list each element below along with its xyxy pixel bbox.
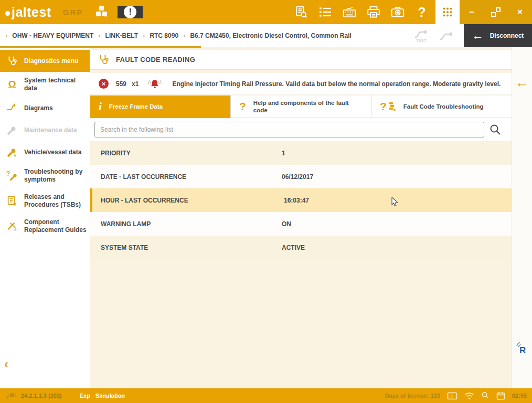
version-label: 24.2.1.1.3 (202) xyxy=(21,393,62,399)
sidebar-item-label: Releases and Procedures (TSBs) xyxy=(24,193,87,209)
sidebar-item-vehicle-vessel-data[interactable]: Vehicle/vessel data xyxy=(0,141,90,163)
row-value: ON xyxy=(282,220,291,228)
omega-icon: Ω xyxy=(4,78,20,91)
fault-count: x1 xyxy=(132,80,139,88)
sidebar-item-troubleshooting-by-symptoms[interactable]: ? Troubleshooting by symptoms xyxy=(0,163,90,188)
main-panel: FAULT CODE READING × 559 x1 xyxy=(90,47,512,388)
zoom-level-icon[interactable] xyxy=(481,391,490,400)
chevron-right-icon: › xyxy=(98,31,100,39)
sidebar-item-label: Component Replacement Guides xyxy=(24,218,87,234)
license-days-label: Days of license: 123 xyxy=(385,393,440,399)
sidebar-collapse-button[interactable]: ‹ xyxy=(4,358,8,370)
tab-help-components[interactable]: ? Help and components of the fault code xyxy=(231,96,371,118)
section-header: FAULT CODE READING xyxy=(90,50,512,70)
help-icon[interactable]: ? xyxy=(411,0,432,24)
logo-area: jaltest GRP ! xyxy=(0,0,143,24)
breadcrumb-item-system-detail[interactable]: B6.7 CM2450, Electronic Diesel Control, … xyxy=(190,32,351,39)
disconnect-button[interactable]: ← Disconnect xyxy=(464,24,532,47)
row-value: ACTIVE xyxy=(282,244,305,251)
back-button[interactable]: ← xyxy=(512,76,532,89)
right-strip: ← R xyxy=(512,47,532,388)
sidebar-item-label: Maintenance data xyxy=(24,126,77,134)
print-icon[interactable] xyxy=(363,0,384,24)
connector-icon xyxy=(5,391,17,400)
remote-assistance-button[interactable]: R xyxy=(512,341,532,356)
jaltest-logo: jaltest xyxy=(5,5,51,20)
question-icon: ? xyxy=(239,100,246,113)
sidebar-item-system-technical-data[interactable]: Ω System technical data xyxy=(0,72,90,97)
grp-label: GRP xyxy=(63,8,83,17)
sidebar-item-diagnostics-menu[interactable]: Diagnostics menu xyxy=(0,50,90,72)
search-button[interactable] xyxy=(484,123,506,136)
wrench-icon xyxy=(4,124,20,136)
fault-code-row[interactable]: × 559 x1 Engine Injector Timing Rail Pre… xyxy=(90,73,512,95)
screenshot-icon[interactable] xyxy=(387,0,408,24)
calendar-icon[interactable] xyxy=(496,391,505,400)
topbar-spacer xyxy=(143,0,291,24)
breadcrumb-item-model[interactable]: RTC 8090 xyxy=(150,32,178,39)
tab-fault-code-troubleshooting[interactable]: ? Fault Code Troubleshooting xyxy=(371,96,512,118)
table-row[interactable]: WARNING LAMP ON xyxy=(90,212,512,236)
sidebar-item-label: System technical data xyxy=(24,77,87,92)
row-value: 16:03:47 xyxy=(284,197,309,204)
link-test-button[interactable]: TEST xyxy=(413,29,429,43)
connection-area: TEST ← Disconnect xyxy=(413,24,532,47)
search-input[interactable] xyxy=(94,122,484,137)
active-section-underline xyxy=(0,46,201,48)
minimize-button[interactable]: – xyxy=(464,7,480,17)
alert-icon: ! xyxy=(124,6,136,18)
fault-description: Engine Injector Timing Rail Pressure. Va… xyxy=(172,80,501,88)
svg-text:!: ! xyxy=(451,394,453,399)
page-title: FAULT CODE READING xyxy=(116,56,195,63)
chevron-right-icon: › xyxy=(5,31,7,39)
keyboard-icon[interactable] xyxy=(339,0,360,24)
topbar-icons: ? xyxy=(291,0,432,24)
sidebar-item-diagrams[interactable]: Diagrams xyxy=(0,97,90,119)
table-row-highlighted[interactable]: HOUR - LAST OCCURRENCE 16:03:47 xyxy=(90,188,512,212)
close-button[interactable]: × xyxy=(512,7,528,17)
tab-freeze-frame-data[interactable]: i Freeze Frame Data xyxy=(90,96,231,118)
svg-text:R: R xyxy=(519,345,526,355)
sidebar-item-maintenance-data[interactable]: Maintenance data xyxy=(0,119,90,141)
row-value: 06/12/2017 xyxy=(282,173,313,181)
sidebar-item-label: Troubleshooting by symptoms xyxy=(24,168,87,184)
table-row[interactable]: SYSTEM STATE ACTIVE xyxy=(90,236,512,259)
breadcrumb-bar: › OHW - HEAVY EQUIPMENT › LINK-BELT › RT… xyxy=(0,24,532,47)
breadcrumb-item-system[interactable]: OHW - HEAVY EQUIPMENT xyxy=(12,32,93,39)
row-label: SYSTEM STATE xyxy=(90,244,282,251)
sidebar-item-label: Vehicle/vessel data xyxy=(24,149,81,156)
wifi-icon[interactable] xyxy=(464,392,474,400)
list-icon[interactable] xyxy=(315,0,336,24)
sidebar-item-label: Diagrams xyxy=(24,104,53,112)
remote-icon: R xyxy=(515,341,529,356)
sidebar-item-component-replacement-guides[interactable]: Component Replacement Guides xyxy=(0,214,90,239)
report-icon[interactable] xyxy=(291,0,312,24)
fault-code: 559 xyxy=(116,80,126,88)
table-row[interactable]: PRIORITY 1 xyxy=(90,141,512,165)
license-card-icon[interactable]: ! xyxy=(447,392,457,400)
document-icon xyxy=(4,195,20,207)
freeze-frame-table: PRIORITY 1 DATE - LAST OCCURRENCE 06/12/… xyxy=(90,141,512,259)
chevron-right-icon: › xyxy=(183,31,185,39)
simulation-label: Simulation xyxy=(95,393,125,399)
breadcrumb-item-make[interactable]: LINK-BELT xyxy=(105,32,138,39)
info-icon: i xyxy=(99,100,102,113)
grid-icon xyxy=(442,7,453,17)
wrench-icon xyxy=(4,146,20,158)
warning-bell-icon xyxy=(147,77,163,91)
search-row xyxy=(90,118,512,141)
troubleshooting-icon: ? xyxy=(380,100,396,113)
exp-label: Exp xyxy=(80,393,90,399)
sidebar-item-releases-procedures[interactable]: Releases and Procedures (TSBs) xyxy=(0,188,90,214)
alerts-button[interactable]: ! xyxy=(118,6,143,18)
row-label: HOUR - LAST OCCURRENCE xyxy=(92,197,284,204)
clock-label: 02:55 xyxy=(512,393,527,399)
stethoscope-icon xyxy=(98,54,110,66)
apps-grid-button[interactable] xyxy=(435,0,460,24)
test-label: TEST xyxy=(416,39,427,43)
sidebar: Diagnostics menu Ω System technical data… xyxy=(0,47,90,388)
link-button[interactable] xyxy=(439,30,454,41)
table-row[interactable]: DATE - LAST OCCURRENCE 06/12/2017 xyxy=(90,165,512,188)
row-label: PRIORITY xyxy=(90,150,282,157)
error-icon: × xyxy=(99,79,109,89)
